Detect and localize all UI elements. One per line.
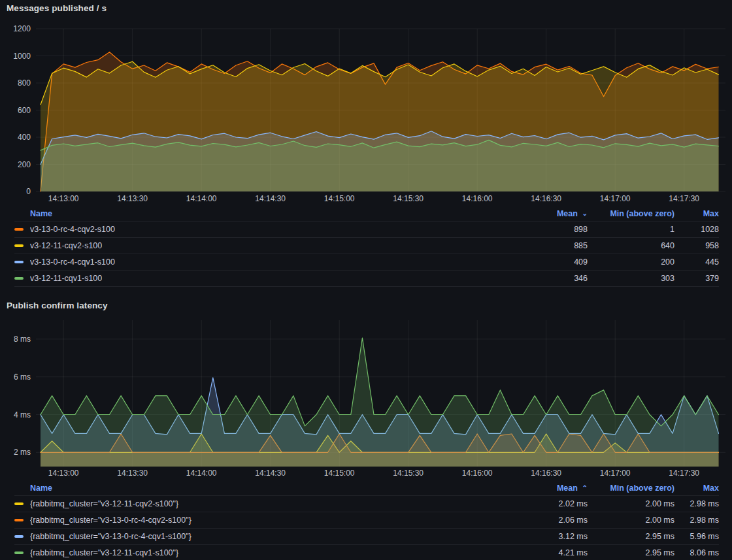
legend-mean-value: 346	[509, 274, 588, 283]
svg-text:14:17:00: 14:17:00	[600, 194, 631, 203]
svg-text:14:13:00: 14:13:00	[48, 469, 79, 478]
legend-series-name[interactable]: {rabbitmq_cluster="v3-13-0-rc-4-cqv1-s10…	[14, 532, 509, 541]
svg-text:0: 0	[26, 187, 31, 196]
legend-header-max[interactable]: Max	[674, 484, 719, 493]
legend-header-mean[interactable]: Mean ⌄	[509, 209, 588, 218]
svg-text:14:15:00: 14:15:00	[324, 469, 355, 478]
svg-text:200: 200	[18, 160, 31, 169]
legend-row[interactable]: v3-13-0-rc-4-cqv1-s100409200445	[14, 254, 719, 270]
panel-title-messages-published[interactable]: Messages published / s	[7, 3, 107, 13]
svg-text:14:15:00: 14:15:00	[324, 194, 355, 203]
legend-series-label: v3-12-11-cqv2-s100	[30, 241, 102, 250]
legend-row[interactable]: {rabbitmq_cluster="v3-13-0-rc-4-cqv1-s10…	[14, 528, 719, 544]
legend-max-value: 1028	[674, 225, 719, 234]
legend-series-label: v3-12-11-cqv1-s100	[30, 274, 102, 283]
legend-min-value: 1	[588, 225, 674, 234]
legend-row[interactable]: {rabbitmq_cluster="v3-12-11-cqv1-s100"}4…	[14, 544, 719, 560]
svg-text:14:14:00: 14:14:00	[186, 194, 217, 203]
svg-text:14:14:30: 14:14:30	[255, 194, 286, 203]
svg-text:14:13:30: 14:13:30	[117, 194, 148, 203]
svg-text:1200: 1200	[13, 24, 31, 33]
legend-max-value: 958	[674, 241, 719, 250]
svg-text:800: 800	[18, 78, 31, 88]
legend-max-value: 2.98 ms	[674, 499, 719, 508]
publish-confirm-latency-legend: NameMean ⌃Min (above zero)Max{rabbitmq_c…	[0, 480, 732, 560]
svg-text:8 ms: 8 ms	[14, 335, 31, 344]
svg-text:14:17:30: 14:17:30	[669, 469, 699, 478]
legend-series-label: {rabbitmq_cluster="v3-12-11-cqv1-s100"}	[30, 548, 178, 557]
legend-row[interactable]: v3-13-0-rc-4-cqv2-s10089811028	[14, 221, 719, 237]
svg-text:14:16:30: 14:16:30	[531, 469, 561, 478]
legend-min-value: 2.00 ms	[588, 499, 674, 508]
svg-text:14:14:30: 14:14:30	[255, 469, 286, 478]
svg-text:14:16:00: 14:16:00	[462, 194, 493, 203]
legend-series-name[interactable]: v3-13-0-rc-4-cqv2-s100	[14, 225, 509, 234]
svg-text:14:17:00: 14:17:00	[600, 469, 631, 478]
legend-min-value: 2.95 ms	[588, 548, 674, 557]
legend-header-name[interactable]: Name	[14, 209, 509, 218]
svg-text:14:16:30: 14:16:30	[531, 194, 561, 203]
svg-text:600: 600	[18, 106, 31, 115]
legend-series-name[interactable]: {rabbitmq_cluster="v3-12-11-cqv1-s100"}	[14, 548, 509, 557]
legend-min-value: 200	[588, 257, 674, 267]
series-v3-12-11-cqv1-s100	[41, 140, 719, 191]
svg-text:14:15:30: 14:15:30	[393, 469, 424, 478]
series-color-swatch	[14, 244, 24, 247]
legend-min-value: 2.00 ms	[588, 516, 674, 525]
legend-min-value: 303	[588, 274, 674, 283]
legend-row[interactable]: {rabbitmq_cluster="v3-13-0-rc-4-cqv2-s10…	[14, 512, 719, 528]
messages-published-chart-canvas[interactable]: 02004006008001000120014:13:0014:13:3014:…	[0, 20, 732, 208]
legend-header-mean[interactable]: Mean ⌃	[509, 484, 588, 493]
legend-header-max[interactable]: Max	[674, 209, 719, 218]
grafana-dashboard: Messages published / s 02004006008001000…	[0, 0, 732, 560]
legend-header-min[interactable]: Min (above zero)	[588, 209, 674, 218]
svg-text:14:13:30: 14:13:30	[117, 469, 148, 478]
messages-published-legend: NameMean ⌄Min (above zero)Maxv3-13-0-rc-…	[0, 206, 732, 287]
legend-header-row: NameMean ⌃Min (above zero)Max	[14, 480, 719, 495]
legend-series-label: {rabbitmq_cluster="v3-13-0-rc-4-cqv1-s10…	[30, 532, 191, 541]
legend-header-row: NameMean ⌄Min (above zero)Max	[14, 206, 719, 221]
legend-mean-value: 2.06 ms	[509, 516, 588, 525]
svg-text:2 ms: 2 ms	[14, 448, 31, 457]
series-color-swatch	[14, 519, 24, 521]
svg-text:14:14:00: 14:14:00	[186, 469, 217, 478]
panel-title-publish-confirm-latency[interactable]: Publish confirm latency	[7, 301, 108, 310]
svg-text:14:16:00: 14:16:00	[462, 469, 493, 478]
legend-max-value: 8.06 ms	[674, 548, 719, 557]
publish-confirm-latency-chart-canvas[interactable]: 2 ms4 ms6 ms8 ms14:13:0014:13:3014:14:00…	[0, 314, 732, 481]
legend-max-value: 445	[674, 257, 719, 267]
series-color-swatch	[14, 552, 24, 554]
legend-mean-value: 3.12 ms	[509, 532, 588, 541]
legend-max-value: 379	[674, 274, 719, 283]
legend-mean-value: 2.02 ms	[509, 499, 588, 508]
series-color-swatch	[14, 502, 24, 505]
svg-text:14:15:30: 14:15:30	[393, 194, 424, 203]
series-fill	[41, 338, 719, 467]
series-{rabbitmq_cluster="v3-12-11-cqv1-s100"}	[41, 338, 719, 467]
legend-row[interactable]: v3-12-11-cqv1-s100346303379	[14, 270, 719, 287]
legend-series-name[interactable]: v3-13-0-rc-4-cqv1-s100	[14, 257, 509, 267]
legend-header-name[interactable]: Name	[14, 484, 509, 493]
svg-text:14:13:00: 14:13:00	[48, 194, 79, 203]
series-color-swatch	[14, 535, 24, 538]
legend-max-value: 5.96 ms	[674, 532, 719, 541]
svg-text:14:17:30: 14:17:30	[669, 194, 699, 203]
legend-mean-value: 898	[509, 225, 588, 234]
series-color-swatch	[14, 261, 24, 263]
legend-header-min[interactable]: Min (above zero)	[588, 484, 674, 493]
legend-min-value: 640	[588, 241, 674, 250]
legend-mean-value: 4.21 ms	[509, 548, 588, 557]
legend-series-name[interactable]: v3-12-11-cqv1-s100	[14, 274, 509, 283]
svg-text:4 ms: 4 ms	[14, 410, 31, 420]
legend-series-label: {rabbitmq_cluster="v3-12-11-cqv2-s100"}	[30, 499, 178, 508]
series-line	[41, 338, 719, 426]
legend-series-name[interactable]: {rabbitmq_cluster="v3-12-11-cqv2-s100"}	[14, 499, 509, 508]
legend-row[interactable]: v3-12-11-cqv2-s100885640958	[14, 237, 719, 254]
sort-caret-icon: ⌃	[580, 484, 588, 491]
series-fill	[41, 140, 719, 191]
legend-series-name[interactable]: v3-12-11-cqv2-s100	[14, 241, 509, 250]
legend-series-name[interactable]: {rabbitmq_cluster="v3-13-0-rc-4-cqv2-s10…	[14, 516, 509, 525]
series-color-swatch	[14, 228, 24, 231]
legend-row[interactable]: {rabbitmq_cluster="v3-12-11-cqv2-s100"}2…	[14, 495, 719, 512]
sort-caret-icon: ⌄	[580, 210, 588, 217]
